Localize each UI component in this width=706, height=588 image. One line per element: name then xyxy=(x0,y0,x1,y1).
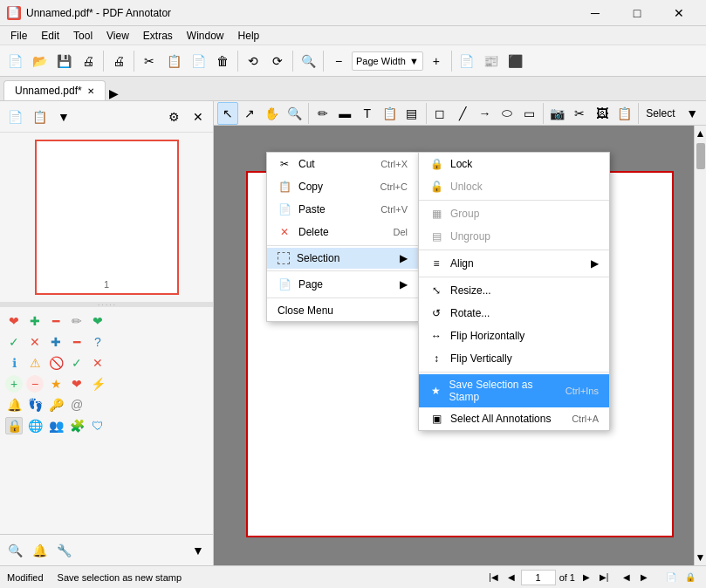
delete-button[interactable]: 🗑 xyxy=(211,50,234,72)
sub-align[interactable]: ≡ Align ▶ xyxy=(419,252,609,275)
menu-help[interactable]: Help xyxy=(231,28,267,44)
sub-select-all[interactable]: ▣ Select All Annotations Ctrl+A xyxy=(419,407,609,430)
menu-view[interactable]: View xyxy=(99,28,136,44)
menu-window[interactable]: Window xyxy=(180,28,231,44)
menu-extras[interactable]: Extras xyxy=(136,28,180,44)
maximize-button[interactable]: □ xyxy=(617,0,657,26)
last-page-btn[interactable]: ▶| xyxy=(596,570,612,585)
zoom-out-button[interactable]: − xyxy=(327,50,350,72)
pdf-canvas[interactable]: ↖ ✂ Cut Ctrl+X 📋 Copy Ctrl+C 📄 Paste Ctr… xyxy=(214,126,706,565)
status-btn-1[interactable]: 📄 xyxy=(662,569,680,586)
menu-tool[interactable]: Tool xyxy=(66,28,99,44)
sidebar-close-btn[interactable]: ✕ xyxy=(187,106,209,128)
ellipse-tool[interactable]: ⬭ xyxy=(497,102,518,125)
stamp-tool[interactable]: 📋 xyxy=(380,102,401,125)
vertical-scrollbar[interactable]: ▲ ▼ xyxy=(694,126,706,565)
arrow-tool[interactable]: → xyxy=(475,102,496,125)
tab-bar: Unnamed.pdf* ✕ ▶ xyxy=(0,77,706,101)
ctx-cut[interactable]: ✂ Cut Ctrl+X xyxy=(267,153,418,175)
form-tool[interactable]: 📋 xyxy=(614,102,635,125)
paste-button[interactable]: 📄 xyxy=(187,50,209,72)
sub-resize[interactable]: ⤡ Resize... xyxy=(419,279,609,302)
view-btn-1[interactable]: 📄 xyxy=(456,50,478,72)
save-button[interactable]: 💾 xyxy=(52,50,75,72)
zoom-dropdown-arrow: ▼ xyxy=(409,56,419,66)
ctx-page[interactable]: 📄 Page ▶ xyxy=(267,273,418,296)
search-button[interactable]: 🔍 xyxy=(297,50,319,72)
cut-button[interactable]: ✂ xyxy=(138,50,161,72)
new-button[interactable]: 📄 xyxy=(3,50,26,72)
prev-page-btn[interactable]: ◀ xyxy=(504,570,519,585)
ann-tb-scroll[interactable]: ▼ xyxy=(187,539,209,562)
annotation-row-5: 🔔 👣 🔑 @ xyxy=(3,394,209,415)
page-icon: 📄 xyxy=(278,277,291,291)
sub-rotate[interactable]: ↺ Rotate... xyxy=(419,302,609,325)
page-thumbnail[interactable]: 1 xyxy=(35,140,179,295)
next-page-btn[interactable]: ▶ xyxy=(579,570,594,585)
scroll-down-btn[interactable]: ▼ xyxy=(694,550,706,565)
minimize-button[interactable]: ─ xyxy=(575,0,615,26)
media-tool[interactable]: 🖼 xyxy=(592,102,613,125)
shape-tool[interactable]: ▤ xyxy=(401,102,422,125)
copy-button[interactable]: 📋 xyxy=(162,50,185,72)
ann-icon-bell: 🔔 xyxy=(5,396,23,414)
redo-button[interactable]: ⟳ xyxy=(266,50,289,72)
page-number-input[interactable] xyxy=(521,570,556,585)
zoom-dropdown[interactable]: Page Width ▼ xyxy=(352,51,423,71)
sub-sep-1 xyxy=(419,200,609,201)
ctx-selection[interactable]: Selection ▶ xyxy=(267,248,418,269)
ann-icon-question: ? xyxy=(89,333,106,351)
text-tool[interactable]: T xyxy=(357,102,378,125)
ann-tb-bell[interactable]: 🔔 xyxy=(28,539,51,562)
sub-flip-h[interactable]: ↔ Flip Horizontally xyxy=(419,325,609,347)
menu-edit[interactable]: Edit xyxy=(34,28,66,44)
sidebar-config-btn[interactable]: ⚙ xyxy=(162,106,185,128)
line-tool[interactable]: ╱ xyxy=(452,102,473,125)
tab-unnamed-pdf[interactable]: Unnamed.pdf* ✕ xyxy=(3,80,106,100)
tab-close-button[interactable]: ✕ xyxy=(87,86,94,96)
print-button[interactable]: 🖨 xyxy=(107,50,130,72)
rect-tool[interactable]: ▭ xyxy=(519,102,540,125)
open-button[interactable]: 📂 xyxy=(28,50,51,72)
sub-flip-v[interactable]: ↕ Flip Vertically xyxy=(419,347,609,370)
ctx-delete[interactable]: ✕ Delete Del xyxy=(267,221,418,243)
scroll-tab-right[interactable]: ▶ xyxy=(109,86,119,100)
nav-extra-2[interactable]: ▶ xyxy=(636,570,652,585)
view-btn-3[interactable]: ⬛ xyxy=(504,50,527,72)
select-tool[interactable]: ↖ xyxy=(217,102,238,125)
crop-tool[interactable]: ✂ xyxy=(570,102,591,125)
ann-tb-search[interactable]: 🔍 xyxy=(3,539,26,562)
close-button[interactable]: ✕ xyxy=(659,0,699,26)
menubar: File Edit Tool View Extras Window Help xyxy=(0,26,706,45)
ctx-paste[interactable]: 📄 Paste Ctrl+V xyxy=(267,198,418,221)
ann-tb-wrench[interactable]: 🔧 xyxy=(52,539,75,562)
menu-file[interactable]: File xyxy=(3,28,34,44)
first-page-btn[interactable]: |◀ xyxy=(486,570,502,585)
zoom-tool[interactable]: 🔍 xyxy=(284,102,305,125)
tools-expand[interactable]: ▼ xyxy=(682,102,703,125)
sidebar-tb-btn-2[interactable]: 📋 xyxy=(28,106,51,128)
thumbnail-area: 1 xyxy=(0,133,213,302)
view-btn-2[interactable]: 📰 xyxy=(480,50,503,72)
toolbar-sep-1 xyxy=(103,51,104,72)
sub-save-stamp[interactable]: ★ Save Selection as Stamp Ctrl+Ins xyxy=(419,374,609,407)
ann-icon-plus-blue: ✚ xyxy=(47,333,65,351)
status-btn-2[interactable]: 🔒 xyxy=(682,569,699,586)
sidebar-tb-btn-3[interactable]: ▼ xyxy=(52,106,75,128)
ctx-close[interactable]: Close Menu xyxy=(267,300,418,321)
scan-button[interactable]: 🖨 xyxy=(77,50,99,72)
ctx-copy[interactable]: 📋 Copy Ctrl+C xyxy=(267,175,418,198)
pen-tool[interactable]: ✏ xyxy=(312,102,333,125)
sidebar-tb-btn-1[interactable]: 📄 xyxy=(3,106,26,128)
undo-button[interactable]: ⟲ xyxy=(242,50,264,72)
scroll-thumb[interactable] xyxy=(696,143,705,169)
hand-tool[interactable]: ✋ xyxy=(262,102,283,125)
camera-tool[interactable]: 📷 xyxy=(547,102,568,125)
zoom-in-button[interactable]: + xyxy=(425,50,448,72)
nav-extra-1[interactable]: ◀ xyxy=(619,570,634,585)
sub-lock[interactable]: 🔒 Lock xyxy=(419,153,609,175)
scroll-up-btn[interactable]: ▲ xyxy=(694,126,706,141)
eraser-tool[interactable]: ◻ xyxy=(430,102,451,125)
highlight-tool[interactable]: ▬ xyxy=(335,102,356,125)
pointer-tool[interactable]: ↗ xyxy=(240,102,261,125)
